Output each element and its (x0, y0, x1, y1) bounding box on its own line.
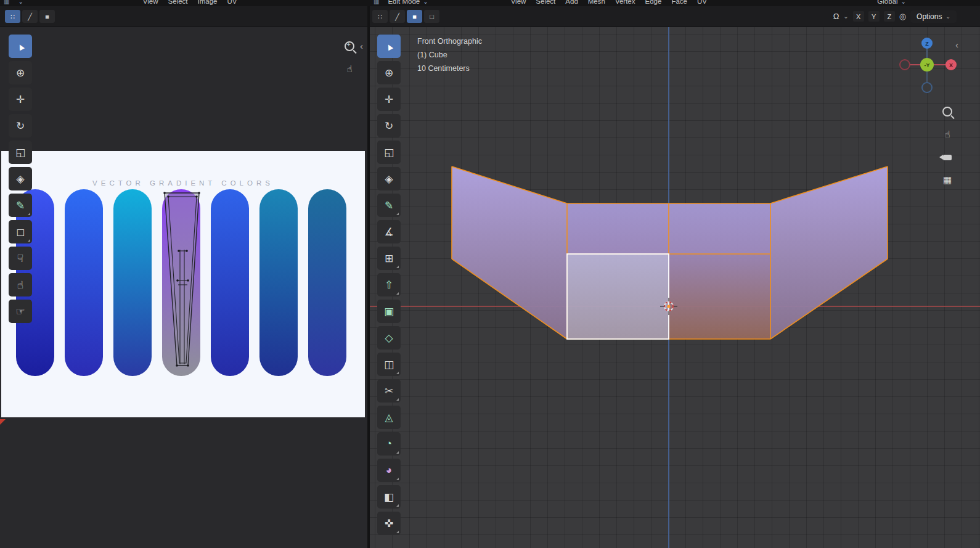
select-mode-face[interactable]: ■ (407, 10, 422, 23)
gradient-pill-7 (308, 189, 346, 376)
orientation-dropdown[interactable]: Global ⌄ (877, 0, 906, 5)
editor-corner-marker (0, 419, 6, 425)
pan-hand-icon[interactable]: ☝ (340, 60, 359, 78)
tool-measure[interactable]: ∡ (377, 220, 401, 243)
select-mode-vertex[interactable]: ∷ (372, 10, 388, 23)
tool-bevel[interactable]: ◇ (377, 326, 401, 350)
tool-move[interactable]: ✛ (9, 88, 32, 111)
tool-pinch[interactable]: ☞ (9, 300, 32, 323)
menu-add[interactable]: Add (565, 0, 578, 5)
active-object-label: (1) Cube (417, 48, 482, 62)
axis-y-button[interactable]: Y (868, 11, 880, 22)
tool-spin[interactable]: ◔ (377, 432, 401, 456)
chevron-down-icon: ⌄ (901, 0, 906, 5)
menu-select[interactable]: Select (536, 0, 555, 5)
edited-cube-mesh[interactable] (370, 27, 980, 548)
tool-extrude-region[interactable]: ⇧ (377, 273, 401, 296)
uv-select-mode-edge[interactable]: ╱ (22, 10, 38, 23)
viewport-tool-settings-bar: ∷ ╱ ■ □ Ω ⌄ X Y Z ◎ Options ⌄ (367, 6, 980, 27)
mesh-face-top-right[interactable] (669, 203, 770, 254)
reference-image: VECTOR GRADIENT COLORS (1, 151, 365, 417)
menu-view[interactable]: View (511, 0, 526, 5)
object-origin-dot (667, 305, 670, 308)
viewport-overlay-text: Front Orthographic (1) Cube 10 Centimete… (417, 35, 482, 75)
mesh-face-left-wing[interactable] (452, 166, 567, 339)
navigation-gizmo[interactable]: Z X -Y (899, 35, 957, 96)
tool-cursor[interactable]: ⊕ (9, 61, 32, 84)
viewport-3d-canvas[interactable]: Front Orthographic (1) Cube 10 Centimete… (370, 27, 980, 548)
tool-scale[interactable]: ◱ (9, 141, 32, 164)
tool-shrink-fatten[interactable]: ✜ (377, 512, 401, 535)
panel-separator[interactable] (367, 6, 370, 548)
mesh-face-top-left[interactable] (567, 203, 669, 254)
uv-nav-icons: ☝ (340, 37, 359, 78)
camera-view-icon[interactable] (938, 148, 957, 166)
proportional-edit-icon[interactable]: ◎ (899, 12, 906, 21)
viewport-toolbar: ▲ ⊕ ✛ ↻ ◱ ◈ ✎ ∡ ⊞ ⇧ ▣ ◇ ◫ ✂ ◬ ◔ ◕ ◧ ✜ (377, 35, 401, 538)
snap-dropdown-chevron-icon[interactable]: ⌄ (843, 13, 848, 20)
menu-view[interactable]: View (143, 0, 158, 5)
menu-image[interactable]: Image (198, 0, 218, 5)
mesh-face-lower-right[interactable] (669, 254, 770, 339)
image-title-text: VECTOR GRADIENT COLORS (1, 179, 365, 187)
menu-mesh[interactable]: Mesh (588, 0, 605, 5)
tool-select-box[interactable]: ▲ (9, 35, 32, 58)
tool-relax[interactable]: ☝ (9, 273, 32, 296)
menu-uv[interactable]: UV (697, 0, 707, 5)
uv-image-editor-canvas[interactable]: VECTOR GRADIENT COLORS (0, 27, 367, 548)
region-collapse-arrow-icon[interactable]: ‹ (955, 39, 958, 50)
select-through-toggle[interactable]: □ (424, 10, 439, 23)
gradient-pill-3 (113, 189, 152, 376)
tool-inset-faces[interactable]: ▣ (377, 300, 401, 323)
region-collapse-arrow-icon[interactable]: ‹ (360, 41, 363, 51)
uv-select-mode-vertex[interactable]: ∷ (5, 10, 20, 23)
zoom-icon[interactable] (340, 37, 359, 55)
options-button[interactable]: Options ⌄ (910, 10, 957, 23)
tool-move[interactable]: ✛ (377, 88, 401, 111)
mesh-face-active[interactable] (567, 254, 669, 339)
tool-annotate[interactable]: ✎ (377, 194, 401, 217)
snap-magnet-icon[interactable]: Ω (833, 12, 839, 21)
tool-transform[interactable]: ◈ (377, 167, 401, 190)
menu-select[interactable]: Select (168, 0, 188, 5)
editor-type-icon[interactable]: ▥ (4, 0, 9, 5)
blender-window: { "colors": { "accent": "#4f76b5", "edge… (0, 0, 980, 548)
gizmo-minus-z-ball[interactable] (922, 83, 932, 92)
tool-knife[interactable]: ✂ (377, 379, 401, 403)
tool-edge-slide[interactable]: ◧ (377, 485, 401, 509)
menu-uv[interactable]: UV (227, 0, 237, 5)
axis-x-button[interactable]: X (853, 11, 864, 22)
uv-select-mode-face[interactable]: ■ (39, 10, 55, 23)
tool-add-cube[interactable]: ⊞ (377, 247, 401, 270)
tool-rotate[interactable]: ↻ (9, 114, 32, 137)
uv-toolbar: ▲ ⊕ ✛ ↻ ◱ ◈ ✎ ◻ ☟ ☝ ☞ (9, 35, 32, 326)
gradient-pill-4 (162, 189, 200, 376)
pan-hand-icon[interactable]: ☝ (938, 125, 957, 144)
menu-face[interactable]: Face (671, 0, 687, 5)
tool-rotate[interactable]: ↻ (377, 114, 401, 137)
tool-scale[interactable]: ◱ (377, 141, 401, 164)
tool-smooth[interactable]: ◕ (377, 459, 401, 482)
axis-z-button[interactable]: Z (884, 11, 895, 22)
mode-dropdown[interactable]: Edit Mode ⌄ (388, 0, 428, 5)
tool-rip-region[interactable]: ◻ (9, 220, 32, 243)
tool-select-box[interactable]: ▲ (377, 35, 401, 58)
svg-text:Z: Z (925, 41, 929, 47)
mesh-face-right-wing[interactable] (770, 166, 888, 339)
tool-loop-cut[interactable]: ◫ (377, 353, 401, 376)
tool-poly-build[interactable]: ◬ (377, 406, 401, 429)
top-menu-bar: ▥ ⌄ View Select Image UV ▥ Edit Mode ⌄ V… (0, 0, 980, 6)
gizmo-minus-x-ball[interactable] (900, 60, 910, 70)
tool-annotate[interactable]: ✎ (9, 194, 32, 217)
tool-cursor[interactable]: ⊕ (377, 61, 401, 84)
editor-type-chevron-icon[interactable]: ⌄ (18, 0, 23, 5)
menu-edge[interactable]: Edge (645, 0, 662, 5)
editor-type-icon[interactable]: ▥ (374, 0, 379, 5)
zoom-icon[interactable] (938, 102, 957, 121)
menu-vertex[interactable]: Vertex (615, 0, 635, 5)
tool-transform[interactable]: ◈ (9, 167, 32, 190)
toggle-ortho-grid-icon[interactable]: ▦ (938, 171, 957, 189)
gradient-pill-5 (211, 189, 249, 376)
tool-grab[interactable]: ☟ (9, 247, 32, 270)
select-mode-edge[interactable]: ╱ (390, 10, 405, 23)
